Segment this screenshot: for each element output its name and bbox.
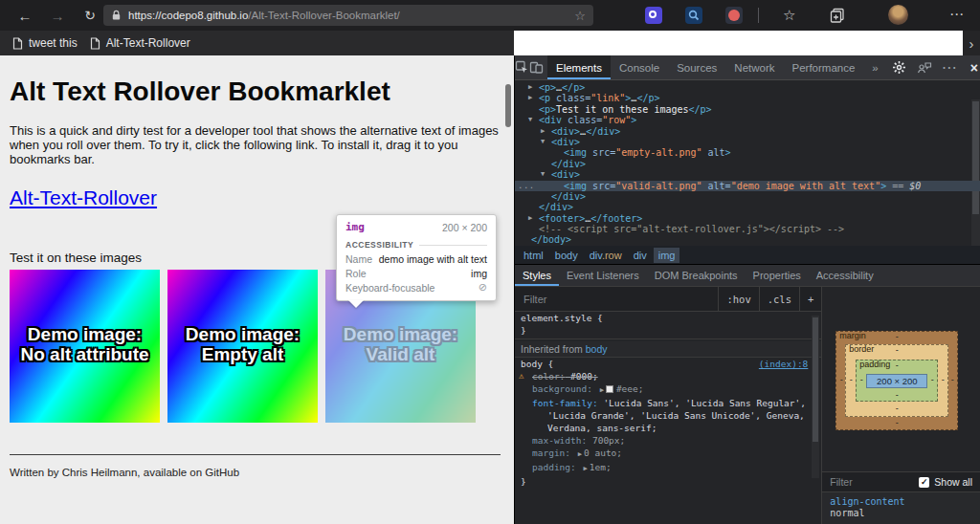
element-style-open[interactable]: element.style {: [515, 312, 821, 324]
address-bar[interactable]: https://codepo8.github.io/Alt-Text-Rollo…: [103, 5, 593, 26]
extension-icon-3[interactable]: [725, 7, 743, 24]
css-declaration[interactable]: max-width: 700px;: [515, 434, 821, 447]
demo-image[interactable]: Demo image:No alt attribute: [10, 270, 160, 423]
bookmark-item[interactable]: tweet this: [12, 36, 78, 50]
expand-arrow-icon[interactable]: ▼: [528, 115, 539, 125]
subtab-accessibility[interactable]: Accessibility: [809, 265, 881, 286]
tree-row[interactable]: <p>Test it on these images</p>: [515, 104, 980, 115]
bookmark-item[interactable]: Alt-Text-Rollover: [90, 36, 190, 50]
expand-arrow-icon[interactable]: ▼: [541, 169, 551, 180]
subtab-properties[interactable]: Properties: [746, 265, 809, 286]
box-model-value[interactable]: -: [948, 375, 956, 384]
show-all-checkbox[interactable]: ✓: [919, 477, 929, 488]
expand-icon[interactable]: ▶: [578, 450, 582, 458]
row-actions-gutter[interactable]: ...: [518, 181, 535, 191]
expand-arrow-icon[interactable]: ▼: [541, 137, 551, 147]
css-declaration[interactable]: background: ▶#eee;: [515, 382, 821, 397]
styles-control-button[interactable]: .cls: [759, 287, 799, 311]
page-scrollbar[interactable]: [505, 84, 511, 127]
devtools-close-icon[interactable]: ×: [962, 60, 980, 76]
tree-row[interactable]: ▼<div>: [515, 169, 980, 180]
styles-filter-input[interactable]: [515, 287, 718, 311]
css-declaration[interactable]: ⚠color: #000;: [515, 370, 821, 382]
tree-row[interactable]: ...<img src="valid-alt.png" alt="demo im…: [515, 181, 980, 191]
tree-row[interactable]: ▼<div>: [515, 137, 980, 147]
tree-row[interactable]: <!-- <script src="alt-text-rollover.js">…: [515, 224, 980, 234]
devtools-tab-performance[interactable]: Performance: [784, 55, 864, 79]
breadcrumb-item[interactable]: html: [519, 248, 548, 263]
tree-row[interactable]: </div>: [515, 191, 980, 202]
box-model-diagram[interactable]: margin----border----padding----200 × 200: [835, 331, 958, 430]
browser-menu-icon[interactable]: ⋯: [949, 6, 965, 23]
styles-control-button[interactable]: :hov: [718, 287, 758, 311]
forward-icon[interactable]: →: [44, 8, 71, 24]
box-model-value[interactable]: -: [893, 390, 901, 400]
box-model-value[interactable]: -: [893, 332, 901, 341]
breadcrumb-item[interactable]: body: [550, 248, 583, 263]
subtab-dom-breakpoints[interactable]: DOM Breakpoints: [647, 265, 746, 286]
devtools-menu-icon[interactable]: ⋯: [937, 58, 962, 76]
box-model-value[interactable]: -: [858, 375, 865, 384]
extension-icon-2[interactable]: [685, 7, 702, 24]
settings-gear-icon[interactable]: [887, 60, 912, 75]
expand-arrow-icon[interactable]: ▶: [528, 213, 539, 224]
expand-icon[interactable]: ▶: [600, 386, 604, 394]
computed-property-name[interactable]: align-content: [830, 496, 980, 508]
computed-filter-input[interactable]: [822, 476, 919, 488]
subtab-styles[interactable]: Styles: [515, 265, 559, 286]
box-model-value[interactable]: -: [928, 375, 936, 384]
inspect-element-icon[interactable]: [515, 55, 529, 79]
tree-row[interactable]: </body>: [515, 234, 980, 245]
box-model-value[interactable]: -: [939, 375, 947, 384]
breadcrumb-item[interactable]: div: [629, 248, 652, 263]
expand-arrow-icon[interactable]: ▶: [528, 93, 539, 103]
stylesheet-source-link[interactable]: (index):8: [759, 358, 808, 370]
expand-arrow-icon[interactable]: ▶: [528, 82, 539, 93]
tree-row[interactable]: ▶<footer>…</footer>: [515, 213, 980, 224]
box-model-value[interactable]: -: [893, 418, 901, 427]
tree-row[interactable]: <img src="empty-alt.png" alt>: [515, 147, 980, 158]
styles-scrollbar[interactable]: [812, 316, 819, 478]
box-model-value[interactable]: -: [847, 375, 855, 384]
styles-control-button[interactable]: +: [799, 287, 821, 311]
box-model-value[interactable]: -: [837, 375, 845, 384]
tree-row[interactable]: ▶<p class="link">…</p>: [515, 93, 980, 103]
devtools-tab-console[interactable]: Console: [611, 55, 668, 79]
box-model-content[interactable]: 200 × 200: [866, 374, 927, 388]
inherited-body-link[interactable]: body: [586, 343, 608, 355]
bookmarklet-link[interactable]: Alt-Text-Rollover: [10, 186, 157, 209]
demo-image[interactable]: Demo image:Empty alt: [167, 270, 318, 423]
feedback-icon[interactable]: [912, 61, 937, 75]
favorites-bar-icon[interactable]: ☆: [783, 7, 795, 24]
css-declaration[interactable]: padding: ▶1em;: [515, 461, 821, 475]
devtools-tab-[interactable]: »: [863, 55, 886, 79]
tree-row[interactable]: </div>: [515, 159, 980, 169]
device-toolbar-icon[interactable]: [529, 55, 544, 79]
tree-row[interactable]: ▶<p>…</p>: [515, 82, 980, 93]
devtools-tab-elements[interactable]: Elements: [547, 55, 611, 79]
expand-icon[interactable]: ▶: [584, 465, 588, 472]
breadcrumb-item[interactable]: img: [654, 248, 680, 263]
expand-arrow-icon[interactable]: ▶: [541, 126, 551, 137]
subtab-event-listeners[interactable]: Event Listeners: [559, 265, 647, 286]
css-declaration[interactable]: margin: ▶0 auto;: [515, 447, 821, 461]
back-icon[interactable]: ←: [11, 8, 38, 24]
box-model-value[interactable]: -: [893, 360, 901, 370]
box-model-value[interactable]: -: [893, 404, 901, 413]
devtools-tab-network[interactable]: Network: [725, 55, 783, 79]
tree-row[interactable]: ▼<div class="row">: [515, 115, 980, 125]
breadcrumb-item[interactable]: div.row: [585, 248, 627, 263]
tree-row[interactable]: </div>: [515, 202, 980, 212]
devtools-tab-sources[interactable]: Sources: [668, 55, 725, 79]
tree-row[interactable]: ▶<div>…</div>: [515, 126, 980, 137]
color-swatch-icon[interactable]: [606, 385, 613, 393]
bookmark-star-icon[interactable]: ☆: [574, 9, 586, 23]
url-text[interactable]: https://codepo8.github.io/Alt-Text-Rollo…: [128, 10, 400, 21]
box-model-value[interactable]: -: [893, 345, 901, 355]
css-declaration[interactable]: font-family: 'Lucida Sans', 'Lucida Sans…: [515, 397, 821, 409]
bookmarks-overflow-chevron[interactable]: ›: [963, 31, 980, 55]
extension-icon-1[interactable]: [645, 7, 662, 24]
collections-icon[interactable]: [829, 7, 846, 24]
reload-icon[interactable]: ↻: [77, 8, 103, 23]
profile-avatar[interactable]: [888, 5, 908, 25]
